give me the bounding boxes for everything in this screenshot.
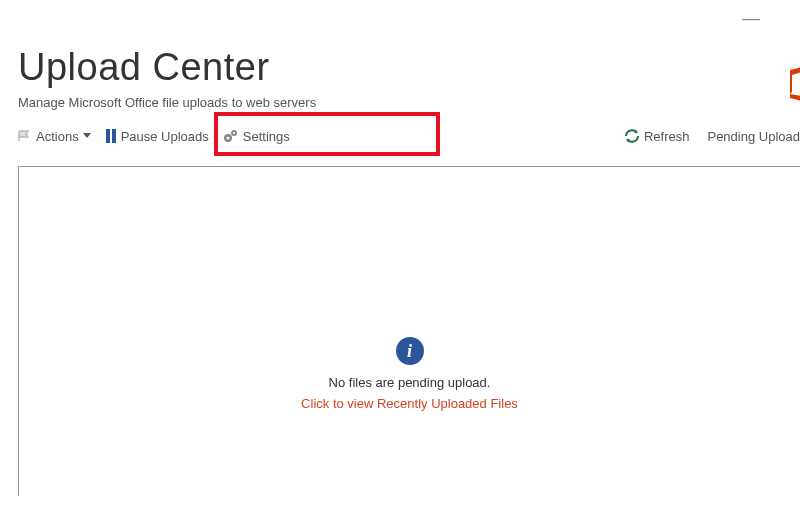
header: Upload Center Manage Microsoft Office fi… bbox=[0, 0, 800, 118]
toolbar: Actions Pause Uploads Settings bbox=[0, 118, 800, 154]
pause-uploads-button[interactable]: Pause Uploads bbox=[105, 129, 209, 144]
view-recent-link[interactable]: Click to view Recently Uploaded Files bbox=[19, 396, 800, 411]
flag-icon bbox=[18, 130, 32, 142]
window-minimize-button[interactable]: — bbox=[742, 8, 760, 29]
office-logo bbox=[782, 66, 800, 102]
file-list-area: i No files are pending upload. Click to … bbox=[18, 166, 800, 496]
actions-label: Actions bbox=[36, 129, 79, 144]
pending-uploads-filter[interactable]: Pending Upload bbox=[707, 129, 800, 144]
refresh-label: Refresh bbox=[644, 129, 690, 144]
pause-label: Pause Uploads bbox=[121, 129, 209, 144]
chevron-down-icon bbox=[83, 133, 91, 139]
actions-button[interactable]: Actions bbox=[18, 129, 91, 144]
svg-rect-0 bbox=[106, 129, 110, 143]
pause-icon bbox=[105, 129, 117, 143]
minimize-icon: — bbox=[742, 8, 760, 28]
refresh-icon bbox=[624, 128, 640, 144]
settings-button[interactable]: Settings bbox=[223, 129, 290, 144]
info-icon: i bbox=[396, 337, 424, 365]
svg-rect-1 bbox=[112, 129, 116, 143]
empty-state: i No files are pending upload. Click to … bbox=[19, 337, 800, 411]
gear-icon bbox=[223, 129, 239, 143]
refresh-button[interactable]: Refresh bbox=[624, 128, 690, 144]
page-subtitle: Manage Microsoft Office file uploads to … bbox=[18, 95, 800, 110]
empty-message: No files are pending upload. bbox=[19, 375, 800, 390]
page-title: Upload Center bbox=[18, 46, 800, 89]
svg-point-3 bbox=[226, 137, 229, 140]
svg-point-5 bbox=[233, 132, 235, 134]
settings-label: Settings bbox=[243, 129, 290, 144]
